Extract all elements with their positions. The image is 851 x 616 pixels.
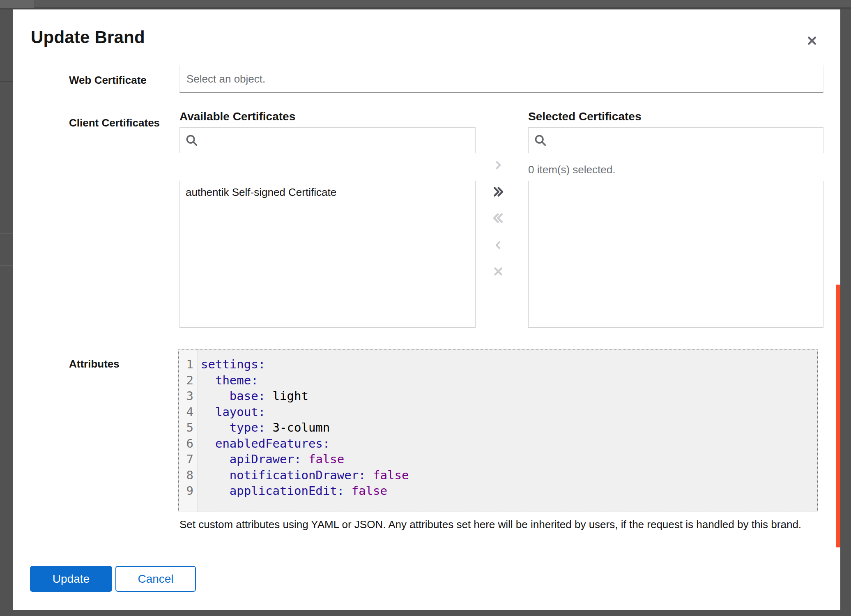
attributes-label: Attributes xyxy=(69,358,120,370)
backdrop-divider xyxy=(0,201,13,201)
backdrop-divider xyxy=(0,233,13,234)
update-button[interactable]: Update xyxy=(30,566,112,592)
move-selected-right-button[interactable] xyxy=(489,156,507,174)
backdrop-left-strip xyxy=(0,9,13,616)
search-icon xyxy=(185,133,199,147)
chevron-left-icon xyxy=(493,240,504,251)
attributes-code-editor[interactable]: 123456789 settings: theme: base: light l… xyxy=(178,349,818,512)
update-brand-modal: Update Brand Web Certificate Client Cert… xyxy=(13,9,840,610)
code-line-number: 6 xyxy=(179,436,197,452)
modal-scrollbar-thumb[interactable] xyxy=(836,285,840,547)
search-icon xyxy=(534,133,547,147)
code-line: settings: xyxy=(201,356,817,372)
code-line: layout: xyxy=(201,404,817,420)
client-certificates-label: Client Certificates xyxy=(69,117,160,129)
available-search-input[interactable] xyxy=(203,134,470,147)
move-all-right-button[interactable] xyxy=(489,183,507,201)
move-all-left-button[interactable] xyxy=(489,209,507,227)
code-line-number: 9 xyxy=(179,483,197,499)
code-line-number: 3 xyxy=(179,388,197,404)
code-line: apiDrawer: false xyxy=(201,451,817,467)
chevron-right-icon xyxy=(493,160,504,170)
backdrop-top-left-block xyxy=(0,0,34,8)
modal-title: Update Brand xyxy=(31,28,145,47)
selected-certificates-heading: Selected Certificates xyxy=(528,110,641,123)
code-line: base: light xyxy=(201,388,817,404)
clear-selection-button[interactable] xyxy=(489,262,507,280)
backdrop-divider xyxy=(0,81,13,82)
move-selected-left-button[interactable] xyxy=(489,236,507,254)
code-line-number: 5 xyxy=(179,420,197,436)
available-certificates-list: authentik Self-signed Certificate xyxy=(179,181,476,328)
code-line: notificationDrawer: false xyxy=(201,467,817,483)
selected-search-box xyxy=(528,127,823,153)
code-editor-gutter: 123456789 xyxy=(179,349,198,512)
attributes-help-text: Set custom attributes using YAML or JSON… xyxy=(179,518,804,531)
code-line-number: 1 xyxy=(179,356,197,372)
code-editor-content: settings: theme: base: light layout: typ… xyxy=(198,349,817,512)
code-line-number: 8 xyxy=(179,467,197,483)
code-line: type: 3-column xyxy=(201,420,817,436)
cancel-button[interactable]: Cancel xyxy=(115,566,196,592)
code-line-number: 7 xyxy=(179,451,197,467)
backdrop-divider xyxy=(0,265,13,266)
double-chevron-right-icon xyxy=(492,185,505,198)
web-certificate-label: Web Certificate xyxy=(69,74,147,86)
available-certificate-item[interactable]: authentik Self-signed Certificate xyxy=(180,181,475,204)
available-certificates-heading: Available Certificates xyxy=(179,110,295,123)
selected-count-status: 0 item(s) selected. xyxy=(528,163,615,176)
close-button[interactable] xyxy=(803,32,821,50)
double-chevron-left-icon xyxy=(492,211,505,225)
available-search-box xyxy=(179,127,476,153)
code-line: theme: xyxy=(201,372,817,388)
selected-certificates-list xyxy=(528,181,823,328)
code-line: applicationEdit: false xyxy=(201,483,817,499)
selected-search-input[interactable] xyxy=(552,134,818,147)
code-line: enabledFeatures: xyxy=(201,436,817,452)
code-line-number: 4 xyxy=(179,404,197,420)
close-icon xyxy=(807,35,817,46)
times-icon xyxy=(492,265,504,278)
backdrop-divider xyxy=(0,298,13,298)
code-line-number: 2 xyxy=(179,372,197,388)
web-certificate-select-input[interactable] xyxy=(179,65,823,93)
